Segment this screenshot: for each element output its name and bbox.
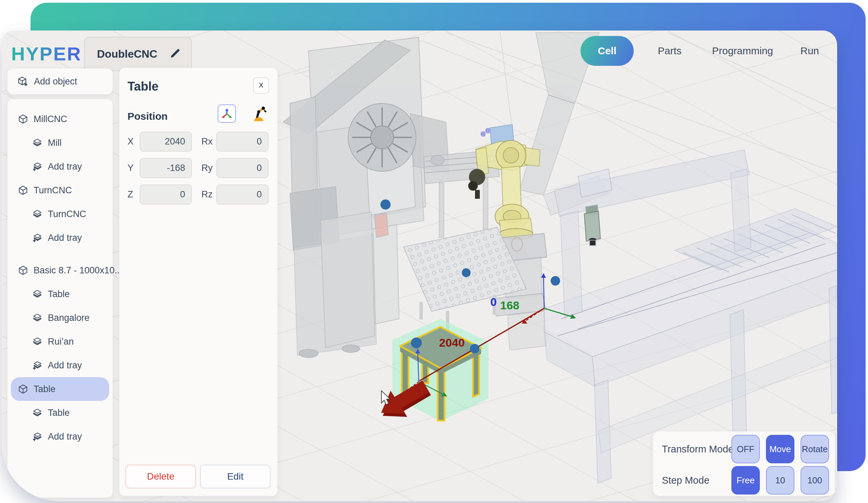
mill-door-window	[375, 213, 388, 237]
sidebar-item-table[interactable]: Table	[8, 401, 113, 425]
tab-cell[interactable]: Cell	[580, 36, 634, 66]
robot-frame-toggle-button[interactable]	[249, 105, 268, 123]
x-input[interactable]	[140, 132, 192, 152]
tool-carousel-icon	[348, 103, 416, 171]
sidebar-item-add-tray[interactable]: Add tray	[8, 155, 113, 178]
step-mode-free-button[interactable]: Free	[731, 466, 760, 494]
ry-input[interactable]	[216, 158, 269, 178]
sidebar-item-turncnc[interactable]: TurnCNC	[8, 202, 113, 226]
transform-mode-panel: Transform Mode OFFMoveRotate Step Mode F…	[653, 431, 835, 496]
transform-mode-label: Transform Mode	[662, 435, 734, 463]
add-object-button[interactable]: Add object	[8, 69, 113, 94]
tab-run[interactable]: Run	[800, 45, 819, 57]
sidebar-item-bangalore[interactable]: Bangalore	[8, 306, 113, 330]
rz-field-label: Rz	[202, 185, 213, 205]
object-tree: MillCNC Mill Add tray TurnCNC TurnCNC Ad…	[8, 99, 113, 497]
properties-panel: Table x Position	[119, 68, 277, 496]
sidebar-item-turncnc[interactable]: TurnCNC	[8, 178, 113, 202]
z-offset-label: 0	[490, 295, 497, 308]
y-input[interactable]	[140, 158, 192, 178]
transform-mode-off-button[interactable]: OFF	[731, 435, 760, 463]
y-offset-label: 168	[500, 299, 519, 312]
x-offset-label: 2040	[439, 336, 465, 349]
transform-mode-rotate-button[interactable]: Rotate	[800, 435, 829, 463]
sidebar-item-add-tray[interactable]: Add tray	[8, 425, 113, 448]
transform-mode-move-button[interactable]: Move	[766, 435, 794, 463]
sidebar-item-table[interactable]: Table	[11, 377, 109, 401]
sidebar-item-mill[interactable]: Mill	[8, 131, 113, 155]
close-panel-button[interactable]: x	[253, 77, 269, 94]
panel-title: Table	[127, 79, 158, 94]
sidebar-item-rui-an[interactable]: Rui’an	[8, 330, 113, 353]
rx-input[interactable]	[216, 132, 269, 152]
sidebar-item-add-tray[interactable]: Add tray	[8, 226, 113, 250]
sidebar-item-add-tray[interactable]: Add tray	[8, 353, 113, 377]
sidebar-item-table[interactable]: Table	[8, 282, 113, 306]
robot-gripper	[468, 169, 485, 199]
step-mode-label: Step Mode	[662, 466, 709, 494]
sidebar-item-basic-8-7-1000x10-[interactable]: Basic 8.7 - 1000x10...	[8, 258, 113, 282]
x-field-label: X	[127, 132, 134, 152]
delete-button[interactable]: Delete	[125, 465, 196, 489]
z-input[interactable]	[140, 185, 192, 205]
y-field-label: Y	[127, 158, 134, 178]
router-spindle	[584, 205, 600, 246]
step-mode-10-button[interactable]: 10	[766, 466, 794, 494]
sidebar-item-millcnc[interactable]: MillCNC	[8, 107, 113, 131]
app-window: 2040 0 168	[2, 31, 837, 501]
position-section-title: Position	[127, 111, 167, 122]
tab-parts[interactable]: Parts	[658, 45, 682, 57]
rz-input[interactable]	[216, 185, 269, 205]
world-axes-toggle-button[interactable]	[218, 104, 236, 123]
rx-field-label: Rx	[202, 132, 213, 152]
edit-button[interactable]: Edit	[200, 465, 271, 489]
step-mode-100-button[interactable]: 100	[800, 466, 829, 494]
top-tabs: Cell Parts Programming Run	[2, 31, 837, 71]
add-object-icon	[17, 76, 29, 87]
z-field-label: Z	[127, 185, 133, 205]
ry-field-label: Ry	[202, 158, 213, 178]
tab-programming[interactable]: Programming	[712, 45, 773, 57]
add-object-label: Add object	[34, 76, 77, 87]
